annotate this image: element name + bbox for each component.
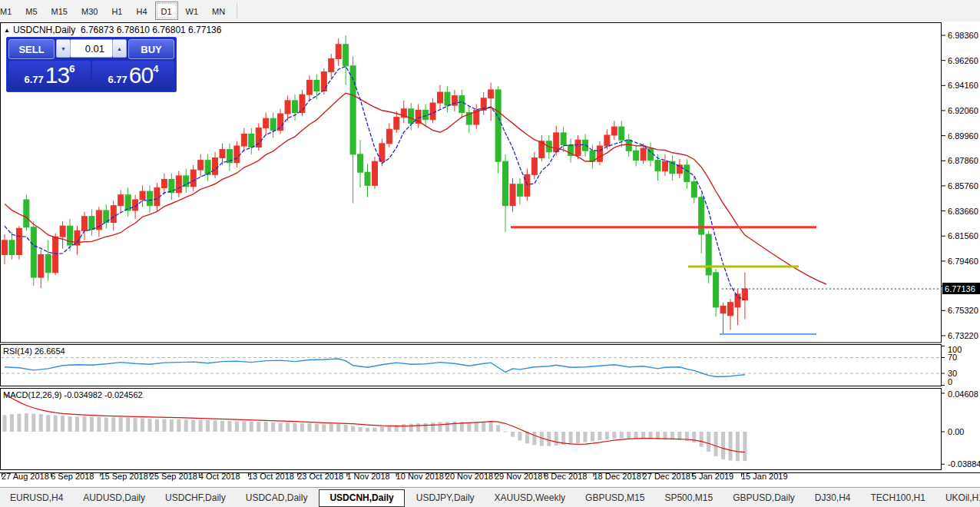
volume-increment-button[interactable]: ▲ (112, 39, 127, 58)
price-axis-label: 6.89960 (948, 131, 978, 141)
macd-signal-line (5, 394, 745, 452)
sell-price-button[interactable]: 6.77 13 6 (8, 61, 91, 90)
date-axis-label: 25 Sep 2018 (150, 472, 197, 481)
macd-scale-label: -0.038842 (948, 459, 980, 469)
price-axis-label: 6.79460 (948, 257, 978, 266)
price-axis-label: 6.96260 (948, 56, 978, 65)
tab-item-xauusd-weekly[interactable]: XAUUSD,Weekly (485, 489, 575, 507)
buy-price-big: 60 (129, 62, 153, 88)
rsi-line (5, 359, 745, 376)
buy-price-button[interactable]: 6.77 60 4 (92, 61, 174, 90)
triangle-up-icon: ▲ (4, 27, 10, 34)
symbol-title: ▲USDCNH,Daily 6.76873 6.78610 6.76801 6.… (4, 25, 221, 35)
price-axis-label: 6.92060 (948, 106, 978, 115)
macd-scale-label: 0.00 (948, 427, 964, 436)
tab-item-usdcad-daily[interactable]: USDCAD,Daily (236, 489, 318, 507)
volume-stepper: ▼ 0.01 ▲ (56, 39, 127, 58)
buy-price-small: 6.77 (108, 74, 127, 90)
symbol-ohlc: 6.76873 6.78610 6.76801 6.77136 (81, 25, 222, 35)
date-axis-label: 23 Oct 2018 (297, 472, 343, 481)
date-axis-label: 18 Dec 2018 (593, 472, 641, 481)
macd-scale-label: 0.04608 (948, 389, 978, 399)
tf-button-m30[interactable]: M30 (75, 2, 104, 20)
tab-item-usdcnh-daily[interactable]: USDCNH,Daily (319, 489, 404, 507)
buy-price-sup: 4 (153, 61, 158, 75)
tf-button-m1[interactable]: M1 (0, 2, 18, 20)
date-axis-label: 6 Sep 2018 (51, 472, 94, 481)
rsi-indicator-label: RSI(14) 26.6654 (3, 346, 65, 356)
tf-button-h1[interactable]: H1 (105, 2, 128, 20)
axis-ticks (2, 35, 946, 477)
sell-price-small: 6.77 (25, 74, 44, 90)
tf-button-mn[interactable]: MN (206, 2, 231, 20)
price-axis-label: 6.85760 (948, 181, 978, 191)
tab-item-usdjpy-daily[interactable]: USDJPY,Daily (406, 489, 485, 507)
date-axis-label: 27 Dec 2018 (643, 472, 690, 481)
mt4-window: M1M5M15M30H1H4D1W1MN ▲USDCNH,Daily 6.768… (0, 0, 980, 507)
tab-item-gbpusd-daily[interactable]: GBPUSD,Daily (723, 489, 805, 507)
toolbar-separator (237, 3, 237, 18)
date-axis-label: 20 Nov 2018 (445, 472, 493, 481)
tf-button-m15[interactable]: M15 (45, 2, 74, 20)
tf-button-m5[interactable]: M5 (19, 2, 43, 20)
moving-averages (5, 66, 826, 300)
price-axis-label: 6.73220 (948, 331, 978, 340)
chart-tabbar: EURUSD,H4AUDUSD,DailyUSDCHF,DailyUSDCAD,… (0, 487, 980, 507)
macd-indicator-label: MACD(12,26,9) -0.034982 -0.024562 (3, 390, 143, 399)
price-axis-label: 6.87860 (948, 156, 978, 165)
rsi-scale-label: 70 (948, 353, 957, 362)
date-axis-label: 15 Sep 2018 (100, 472, 147, 481)
triangle-up-icon: ▲ (117, 46, 122, 51)
volume-input[interactable]: 0.01 (71, 39, 112, 58)
tf-button-w1[interactable]: W1 (180, 2, 205, 20)
date-axis-label: 8 Dec 2018 (544, 472, 587, 481)
tab-item-usdchf-daily[interactable]: USDCHF,Daily (155, 489, 236, 507)
tab-item-sp500-m15[interactable]: SP500,M15 (654, 489, 723, 507)
price-axis-label: 6.98360 (948, 31, 978, 40)
sell-price-sup: 6 (69, 61, 74, 75)
price-axis-label: 6.94160 (948, 81, 978, 90)
tab-item-dj30-h4[interactable]: DJ30,H4 (805, 489, 861, 507)
tab-item-tech100-h1[interactable]: TECH100,H1 (861, 489, 935, 507)
buy-button[interactable]: BUY (128, 39, 174, 59)
triangle-down-icon: ▼ (61, 46, 66, 51)
tf-button-d1[interactable]: D1 (155, 2, 178, 20)
price-axis-label: 6.83660 (948, 207, 978, 216)
date-axis-label: 13 Oct 2018 (248, 472, 294, 481)
date-axis-label: 10 Nov 2018 (396, 472, 444, 481)
rsi-scale-label: 0 (948, 377, 952, 386)
date-axis-label: 1 Nov 2018 (346, 472, 389, 481)
trade-panel: SELL ▼ 0.01 ▲ BUY 6.77 13 6 6.77 60 4 (6, 37, 177, 92)
symbol-name: USDCNH,Daily (13, 25, 75, 35)
tab-item-audusd-daily[interactable]: AUDUSD,Daily (73, 489, 155, 507)
price-axis-label: 6.81560 (948, 231, 978, 240)
tab-item-gbpusd-m15[interactable]: GBPUSD,M15 (575, 489, 654, 507)
sell-price-big: 13 (45, 62, 69, 88)
price-axis-label: 6.75320 (948, 306, 978, 315)
date-axis-label: 5 Jan 2019 (692, 472, 733, 481)
date-axis-label: 4 Oct 2018 (199, 472, 240, 481)
date-axis-label: 27 Aug 2018 (2, 472, 49, 481)
date-axis-label: 29 Nov 2018 (495, 472, 542, 481)
level-lines (511, 227, 942, 334)
macd-histogram (3, 413, 747, 461)
tab-item-eurusd-h4[interactable]: EURUSD,H4 (0, 489, 73, 507)
tf-button-h4[interactable]: H4 (130, 2, 153, 20)
chart-region: ▲USDCNH,Daily 6.76873 6.78610 6.76801 6.… (0, 22, 980, 487)
timeframe-toolbar: M1M5M15M30H1H4D1W1MN (0, 0, 980, 22)
current-price-badge: 6.77136 (942, 283, 980, 294)
date-axis-label: 15 Jan 2019 (741, 472, 788, 481)
sell-button[interactable]: SELL (8, 39, 55, 59)
volume-decrement-button[interactable]: ▼ (56, 39, 71, 58)
tab-item-ukoil-h1[interactable]: UKOil,H1 (935, 489, 980, 507)
